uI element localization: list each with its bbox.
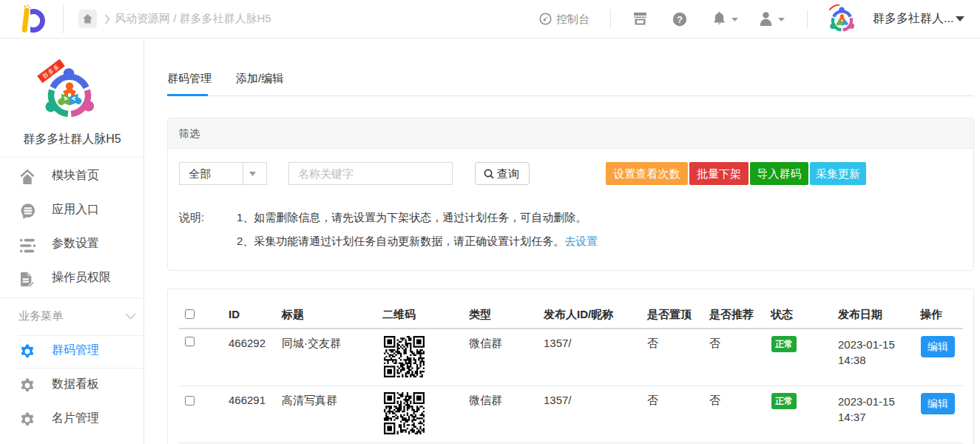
svg-text:?: ? <box>677 14 683 25</box>
